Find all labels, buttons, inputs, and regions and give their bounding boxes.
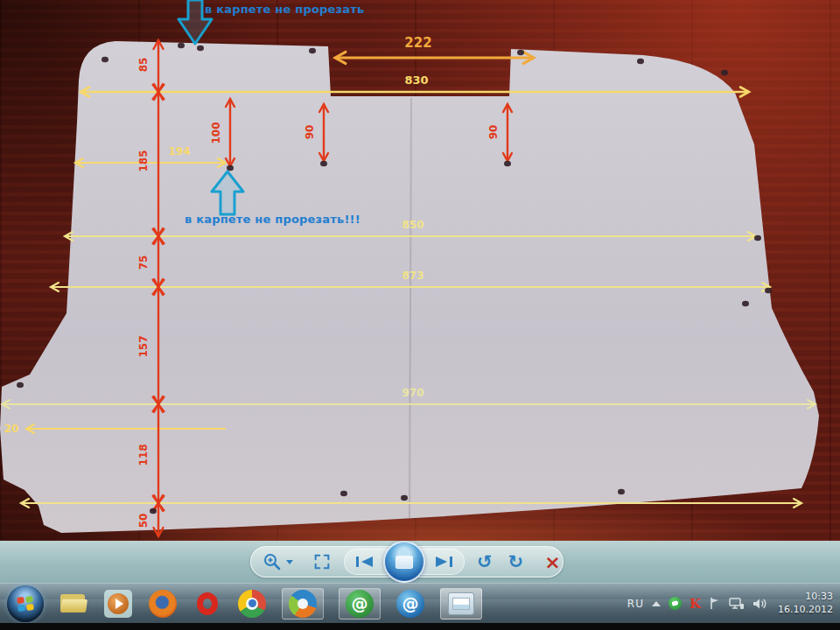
svg-text:970: 970	[402, 387, 424, 399]
zoom-dropdown-caret-icon	[286, 560, 293, 564]
template-annotations-canvas: 2228301948508739702085185751571185010090…	[0, 0, 840, 542]
language-indicator[interactable]: RU	[627, 598, 644, 610]
template-hole	[721, 70, 728, 75]
folder-icon	[60, 594, 87, 613]
svg-text:85: 85	[137, 58, 150, 73]
clock[interactable]: 10:33 16.10.2012	[775, 591, 833, 617]
tray-time: 10:33	[775, 591, 833, 604]
taskbar-chrome-icon[interactable]	[237, 589, 267, 619]
template-hole	[150, 508, 157, 514]
taskbar-pinned-apps: @ @	[7, 585, 482, 622]
svg-text:90: 90	[304, 125, 316, 140]
tray-date: 16.10.2012	[775, 604, 833, 617]
svg-text:75: 75	[137, 256, 150, 270]
taskbar-amigo-browser-icon[interactable]	[282, 588, 324, 620]
show-hidden-icons-icon[interactable]	[652, 601, 661, 606]
template-hole	[401, 495, 408, 500]
taskbar-firefox-icon[interactable]	[148, 589, 178, 619]
template-hole	[637, 59, 644, 64]
template-hole	[178, 43, 185, 48]
svg-text:20: 20	[4, 423, 19, 435]
svg-text:90: 90	[487, 125, 500, 140]
template-hole	[754, 235, 761, 241]
next-button[interactable]	[432, 550, 455, 574]
template-hole	[504, 161, 511, 166]
template-hole	[197, 46, 204, 51]
opera-icon	[197, 592, 218, 615]
previous-button[interactable]	[354, 550, 376, 574]
svg-text:222: 222	[404, 35, 431, 51]
svg-text:873: 873	[402, 270, 424, 282]
template-hole	[17, 382, 24, 388]
svg-text:100: 100	[210, 122, 222, 144]
note-do-not-cut-mid: в карпете не прорезать!!!	[185, 213, 360, 226]
template-hole	[765, 288, 772, 293]
template-hole	[618, 489, 625, 494]
tray-agent-status-icon[interactable]	[668, 597, 682, 610]
template-hole	[517, 50, 524, 55]
svg-text:50: 50	[137, 514, 150, 528]
photo-viewer-toolbar: ↺ ↻ ×	[250, 546, 564, 578]
start-button[interactable]	[7, 585, 44, 622]
mailru-agent-icon: @	[346, 590, 374, 618]
dimension-222: 222	[335, 35, 534, 64]
previous-icon	[354, 554, 376, 570]
template-hole	[742, 301, 749, 306]
volume-icon[interactable]	[752, 598, 767, 610]
chrome-icon	[238, 590, 266, 618]
svg-text:194: 194	[168, 145, 190, 158]
slideshow-icon	[396, 556, 413, 569]
taskbar-media-player-icon[interactable]	[103, 589, 133, 619]
taskbar-opera-icon[interactable]	[192, 589, 222, 619]
swirl-browser-icon	[289, 590, 317, 618]
photo-of-carpet-template: 2228301948508739702085185751571185010090…	[0, 0, 840, 542]
template-hole	[227, 165, 234, 171]
svg-text:830: 830	[404, 74, 428, 87]
template-hole	[309, 48, 316, 53]
action-center-flag-icon[interactable]	[709, 597, 721, 610]
windows-logo-icon	[17, 596, 34, 612]
template-hole	[340, 491, 347, 496]
taskbar-mailru-agent-icon[interactable]: @	[339, 588, 381, 620]
taskbar-mailru-icon[interactable]: @	[396, 589, 425, 619]
taskbar-explorer-icon[interactable]	[59, 589, 88, 619]
note-do-not-cut-top: в карпете не прорезать	[205, 3, 364, 16]
template-hole	[102, 57, 108, 62]
play-slideshow-button[interactable]	[383, 541, 425, 583]
svg-text:850: 850	[402, 219, 424, 231]
delete-button[interactable]: ×	[544, 550, 560, 574]
rotate-counterclockwise-button[interactable]: ↺	[477, 550, 493, 574]
system-tray: RU K 10:33 16.10.2012	[627, 591, 833, 617]
taskbar-photo-viewer-icon[interactable]	[440, 588, 482, 620]
media-player-icon	[104, 590, 132, 618]
zoom-button[interactable]	[262, 550, 293, 574]
photo-viewer-icon	[448, 592, 474, 615]
kaspersky-icon[interactable]: K	[690, 596, 701, 612]
firefox-icon	[149, 590, 177, 618]
svg-text:157: 157	[137, 335, 150, 357]
rotate-clockwise-button[interactable]: ↻	[508, 550, 524, 574]
template-hole	[320, 161, 327, 166]
network-icon[interactable]	[729, 598, 745, 610]
svg-text:118: 118	[137, 444, 150, 466]
next-icon	[432, 554, 455, 570]
actual-size-icon	[312, 552, 332, 571]
svg-text:185: 185	[137, 150, 150, 172]
windows-taskbar: @ @ RU K	[0, 583, 840, 623]
monitor-photo: 2228301948508739702085185751571185010090…	[0, 0, 840, 630]
photo-viewer-chrome: ↺ ↻ ×	[0, 541, 840, 583]
actual-size-button[interactable]	[312, 550, 332, 574]
photo-dark-edge	[0, 623, 840, 630]
magnifier-icon	[262, 551, 283, 572]
mailru-icon: @	[396, 590, 424, 618]
navigation-group	[344, 549, 465, 575]
